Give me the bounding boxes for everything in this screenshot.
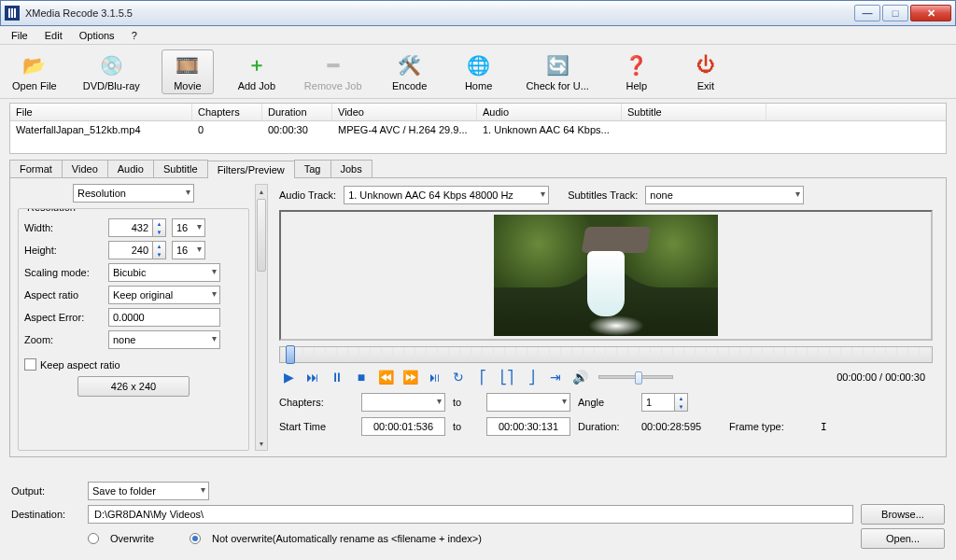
menu-options[interactable]: Options — [72, 28, 122, 43]
audio-track-select[interactable]: 1. Unknown AAC 64 Kbps 48000 Hz — [344, 186, 549, 204]
menu-edit[interactable]: Edit — [37, 28, 70, 43]
resolution-group: Resolution Width: ▲▼ 16 Height: ▲▼ 16 Sc… — [18, 208, 249, 451]
height-input[interactable] — [108, 241, 153, 259]
range-button[interactable]: ⎣⎤ — [498, 369, 516, 385]
chapter-to-select[interactable] — [486, 393, 570, 412]
scroll-down-icon[interactable]: ▼ — [256, 437, 267, 450]
angle-label: Angle — [578, 397, 634, 408]
filter-select[interactable]: Resolution — [73, 184, 194, 203]
exit-button[interactable]: ⏻ Exit — [680, 49, 732, 94]
window-title: XMedia Recode 3.1.5.5 — [25, 7, 854, 19]
col-subtitle[interactable]: Subtitle — [622, 104, 766, 120]
left-panel-scrollbar[interactable]: ▲ ▼ — [255, 184, 268, 451]
tab-jobs[interactable]: Jobs — [330, 160, 373, 177]
dvd-button[interactable]: 💿 DVD/Blu-ray — [78, 49, 145, 94]
col-video[interactable]: Video — [332, 104, 477, 120]
add-job-button[interactable]: ＋ Add Job — [231, 49, 283, 94]
dvd-label: DVD/Blu-ray — [83, 80, 140, 91]
width-step-select[interactable]: 16 — [172, 218, 205, 237]
mark-in-button[interactable]: ⎡ — [473, 369, 492, 385]
loop-button[interactable]: ↻ — [449, 369, 468, 385]
timeline-thumb[interactable] — [286, 345, 295, 364]
jump-end-button[interactable]: ⇥ — [546, 369, 565, 385]
height-step-select[interactable]: 16 — [172, 241, 205, 259]
timeline-slider[interactable] — [279, 346, 933, 363]
exit-label: Exit — [697, 80, 714, 91]
scroll-thumb[interactable] — [257, 199, 266, 272]
col-duration[interactable]: Duration — [262, 104, 332, 120]
tab-subtitle[interactable]: Subtitle — [153, 160, 208, 177]
audio-track-label: Audio Track: — [279, 189, 336, 201]
fastforward-button[interactable]: ⏩ — [401, 369, 419, 385]
browse-button[interactable]: Browse... — [861, 504, 945, 525]
play-button[interactable]: ▶ — [279, 369, 298, 385]
menu-help[interactable]: ? — [124, 28, 145, 43]
app-icon — [5, 6, 20, 21]
cell-video: MPEG-4 AVC / H.264 29.9... — [332, 121, 477, 138]
check-update-button[interactable]: 🔄 Check for U... — [522, 49, 594, 94]
volume-slider[interactable] — [598, 375, 673, 379]
tab-body: Resolution Resolution Width: ▲▼ 16 Heigh… — [9, 177, 947, 457]
angle-stepper[interactable]: ▲▼ — [675, 393, 688, 412]
overwrite-label: Overwrite — [110, 533, 154, 544]
preview-image — [494, 215, 718, 336]
scaling-label: Scaling mode: — [24, 267, 108, 278]
stop-button[interactable]: ■ — [352, 369, 371, 385]
col-chapters[interactable]: Chapters — [192, 104, 262, 120]
not-overwrite-radio[interactable] — [190, 533, 201, 544]
width-stepper[interactable]: ▲▼ — [153, 218, 166, 237]
dimensions-button[interactable]: 426 x 240 — [77, 376, 190, 397]
mark-out-button[interactable]: ⎦ — [522, 369, 541, 385]
subtitles-track-select[interactable]: none — [645, 186, 804, 204]
tab-format[interactable]: Format — [9, 160, 63, 177]
maximize-button[interactable]: □ — [882, 5, 908, 21]
tab-filters[interactable]: Filters/Preview — [207, 161, 295, 178]
minimize-button[interactable]: — — [854, 5, 880, 21]
zoom-select[interactable]: none — [108, 330, 220, 349]
volume-icon[interactable]: 🔊 — [570, 369, 589, 385]
resolution-legend: Resolution — [24, 208, 78, 213]
height-stepper[interactable]: ▲▼ — [153, 241, 166, 259]
tab-video[interactable]: Video — [62, 160, 108, 177]
video-preview — [279, 210, 933, 341]
start-time-input[interactable] — [361, 417, 445, 436]
scroll-up-icon[interactable]: ▲ — [256, 185, 267, 198]
scaling-select[interactable]: Bicubic — [108, 263, 220, 282]
table-row[interactable]: WaterfallJapan_512kb.mp4 0 00:00:30 MPEG… — [10, 121, 946, 138]
help-button[interactable]: ❓ Help — [611, 49, 663, 94]
end-time-input[interactable] — [486, 417, 570, 436]
home-button[interactable]: 🌐 Home — [453, 49, 505, 94]
add-job-label: Add Job — [238, 80, 275, 91]
aspect-select[interactable]: Keep original — [108, 286, 220, 304]
disc-icon: 💿 — [98, 52, 124, 78]
movie-button[interactable]: 🎞️ Movie — [162, 49, 214, 94]
movie-label: Movie — [174, 80, 201, 91]
rewind-button[interactable]: ⏪ — [376, 369, 395, 385]
next-button[interactable]: ⏭ — [303, 369, 322, 385]
angle-input[interactable] — [641, 393, 675, 412]
to-label-2: to — [453, 421, 479, 432]
overwrite-radio[interactable] — [88, 533, 99, 544]
step-button[interactable]: ⏯ — [425, 369, 443, 385]
tab-tag[interactable]: Tag — [294, 160, 331, 177]
destination-input[interactable] — [88, 505, 853, 524]
open-file-button[interactable]: 📂 Open File — [7, 49, 62, 94]
encode-button[interactable]: 🛠️ Encode — [384, 49, 436, 94]
chapter-from-select[interactable] — [361, 393, 445, 412]
main-toolbar: 📂 Open File 💿 DVD/Blu-ray 🎞️ Movie ＋ Add… — [0, 45, 956, 99]
chapters-label: Chapters: — [279, 397, 354, 408]
col-file[interactable]: File — [10, 104, 192, 120]
volume-handle[interactable] — [635, 371, 642, 385]
open-button[interactable]: Open... — [861, 528, 945, 549]
tab-audio[interactable]: Audio — [107, 160, 154, 177]
keep-aspect-checkbox[interactable] — [24, 358, 36, 371]
pause-button[interactable]: ⏸ — [328, 369, 346, 385]
col-audio[interactable]: Audio — [477, 104, 622, 120]
menu-file[interactable]: File — [4, 28, 35, 43]
aspect-error-input[interactable] — [108, 308, 220, 327]
tabstrip: Format Video Audio Subtitle Filters/Prev… — [9, 160, 947, 177]
output-select[interactable]: Save to folder — [88, 482, 209, 500]
remove-job-label: Remove Job — [304, 80, 362, 91]
width-input[interactable] — [108, 218, 153, 237]
close-button[interactable]: ✕ — [910, 5, 951, 21]
